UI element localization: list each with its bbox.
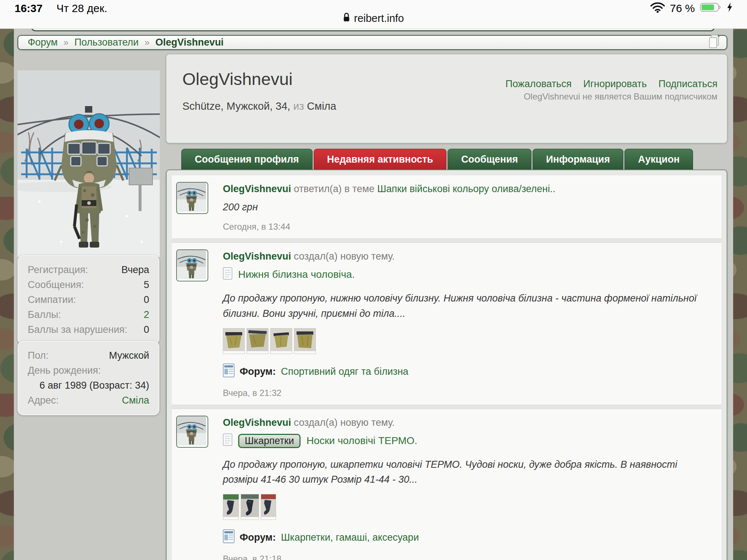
activity-body: 200 грн	[223, 200, 712, 215]
activity-head: OlegVishnevui создал(а) новую тему.	[223, 251, 712, 262]
recent-activity-panel: OlegVishnevui ответил(а) в теме Шапки ві…	[166, 170, 727, 560]
web-content: Форум » Пользователи » OlegVishnevui	[0, 28, 747, 560]
activity-title-row: Шкарпетки Носки чоловічі ТЕРМО.	[223, 433, 712, 448]
stat-row-messages: Сообщения: 5	[28, 279, 149, 291]
profile-subtitle-main: Schütze, Мужской, 34,	[182, 100, 290, 112]
activity-time: Вчера, в 21:32	[223, 388, 712, 398]
attachment-thumbnails	[223, 494, 712, 520]
attachment-thumbnail[interactable]	[270, 328, 292, 354]
profile-header-panel: OlegVishnevui Schütze, Мужской, 34, из С…	[166, 54, 727, 143]
detail-row-gender: Пол: Мужской	[28, 350, 149, 362]
breadcrumb-link-users[interactable]: Пользователи	[74, 37, 139, 48]
notepad-icon	[223, 433, 232, 448]
stat-row-likes: Симпатии: 0	[28, 294, 149, 306]
avatar[interactable]	[176, 182, 208, 214]
activity-item: OlegVishnevui создал(а) новую тему.	[172, 243, 721, 405]
breadcrumb-separator: »	[144, 37, 150, 48]
attachment-thumbnail[interactable]	[241, 494, 259, 520]
attachment-thumbnail[interactable]	[247, 328, 268, 354]
activity-item: OlegVishnevui создал(а) новую тему.	[172, 409, 721, 560]
tab-auction[interactable]: Аукцион	[624, 149, 693, 170]
tab-messages[interactable]: Сообщения	[448, 149, 531, 170]
item-separator	[172, 238, 721, 243]
activity-item: OlegVishnevui ответил(а) в теме Шапки ві…	[172, 175, 721, 238]
breadcrumb-separator: »	[63, 37, 69, 48]
user-link[interactable]: OlegVishnevui	[223, 183, 291, 194]
profile-username: OlegVishnevui	[182, 69, 293, 89]
ios-status-url-bar: 16:37 Чт 28 дек. 76 %	[0, 0, 747, 29]
avatar[interactable]	[176, 416, 208, 448]
activity-time: Сегодня, в 13:44	[223, 222, 712, 232]
url-domain: reibert.info	[354, 12, 404, 24]
forum-icon	[223, 363, 235, 380]
user-link[interactable]: OlegVishnevui	[223, 251, 291, 262]
stats-box: Регистрация: Вчера Сообщения: 5 Симпатии…	[18, 255, 159, 345]
attachment-thumbnail[interactable]	[261, 494, 276, 520]
copy-pages-icon[interactable]	[708, 34, 721, 51]
stat-row-registration: Регистрация: Вчера	[28, 264, 149, 276]
activity-body: До продажу пропоную, нижню чоловічу біли…	[223, 291, 712, 322]
avatar[interactable]	[176, 249, 208, 281]
stat-row-points: Баллы: 2	[28, 309, 149, 321]
details-box: Пол: Мужской День рождения: 6 авг 1989 (…	[18, 341, 159, 415]
follow-link[interactable]: Подписаться	[658, 78, 717, 90]
breadcrumb-current-user: OlegVishnevui	[155, 37, 224, 48]
activity-head: OlegVishnevui ответил(а) в теме Шапки ві…	[223, 183, 712, 195]
activity-title-row: Нижня білизна чоловіча.	[223, 267, 712, 282]
attachment-thumbnail[interactable]	[223, 494, 239, 520]
page-background: Форум » Пользователи » OlegVishnevui	[14, 28, 733, 560]
lock-icon	[343, 12, 350, 25]
profile-subtitle-from: из	[293, 100, 304, 112]
topic-link[interactable]: Нижня білизна чоловіча.	[238, 269, 355, 280]
attachment-thumbnails	[223, 328, 712, 354]
activity-head: OlegVishnevui создал(а) новую тему.	[223, 417, 712, 428]
forum-icon	[223, 529, 235, 546]
profile-actions: Пожаловаться Игнорировать Подписаться	[506, 78, 717, 90]
forum-link[interactable]: Шкарпетки, гамаші, аксесуари	[281, 532, 419, 543]
topic-link[interactable]: Шапки військові кольору олива/зелені..	[377, 183, 556, 194]
scrolled-header-edge	[31, 28, 715, 31]
forum-link[interactable]: Спортивний одяг та білизна	[281, 366, 408, 377]
detail-row-birthday-label: День рождения:	[28, 365, 149, 377]
report-link[interactable]: Пожаловаться	[506, 78, 572, 90]
detail-row-birthday-value: 6 авг 1989 (Возраст: 34)	[28, 380, 149, 392]
profile-photo[interactable]	[18, 70, 160, 257]
profile-subtitle-city[interactable]: Сміла	[307, 100, 336, 112]
breadcrumb: Форум » Пользователи » OlegVishnevui	[18, 35, 727, 50]
activity-body: До продажу пропоную, шкарпетки чоловічі …	[223, 457, 712, 488]
tab-recent-activity[interactable]: Недавняя активность	[314, 149, 447, 170]
tab-profile-posts[interactable]: Сообщения профиля	[181, 149, 313, 170]
item-separator	[172, 405, 721, 409]
profile-tabs: Сообщения профиля Недавняя активность Со…	[181, 149, 694, 170]
forum-row: Форум: Шкарпетки, гамаші, аксесуари	[223, 529, 712, 546]
ignore-link[interactable]: Игнорировать	[583, 78, 647, 90]
stat-row-warning-points: Баллы за нарушения: 0	[28, 324, 149, 336]
activity-list: OlegVishnevui ответил(а) в теме Шапки ві…	[172, 175, 721, 560]
detail-row-address: Адрес: Сміла	[28, 394, 149, 407]
forum-row: Форум: Спортивний одяг та білизна	[223, 363, 712, 380]
attachment-thumbnail[interactable]	[294, 328, 316, 354]
notepad-icon	[223, 267, 232, 282]
ipad-screen: 16:37 Чт 28 дек. 76 %	[0, 0, 747, 560]
tab-information[interactable]: Информация	[533, 149, 623, 170]
activity-time: Вчера, в 21:18	[223, 554, 712, 560]
prefix-badge[interactable]: Шкарпетки	[238, 434, 301, 448]
safari-address-bar[interactable]: reibert.info	[0, 10, 747, 26]
attachment-thumbnail[interactable]	[223, 328, 245, 354]
user-link[interactable]: OlegVishnevui	[223, 417, 291, 428]
topic-link[interactable]: Носки чоловічі ТЕРМО.	[306, 435, 417, 447]
profile-subtitle: Schütze, Мужской, 34, из Сміла	[182, 100, 336, 112]
breadcrumb-link-forum[interactable]: Форум	[28, 37, 58, 48]
follow-note: OlegVishnevui не является Вашим подписчи…	[524, 92, 717, 102]
